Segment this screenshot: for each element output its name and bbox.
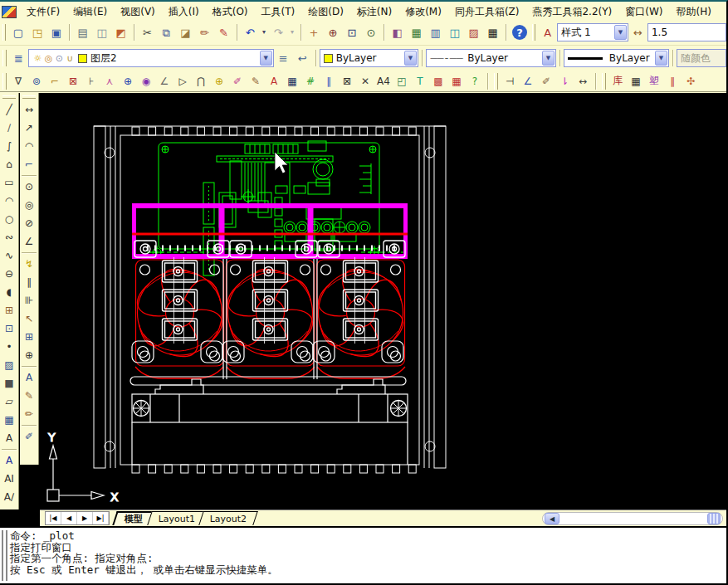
dimension-update-icon[interactable]: ✐: [21, 427, 38, 446]
scroll-left-button[interactable]: ◀: [545, 513, 559, 524]
toolbar-grip[interactable]: [532, 24, 535, 41]
text-tool-icon[interactable]: A: [265, 72, 283, 90]
paste-icon[interactable]: ◪: [176, 23, 195, 42]
menu-item-10[interactable]: 同舟工具箱(Z): [448, 4, 526, 20]
arrow-down-dim-icon[interactable]: ⇂: [555, 72, 574, 90]
menu-item-8[interactable]: 标注(N): [350, 4, 398, 20]
baseline-dimension-icon[interactable]: ∥: [21, 273, 38, 291]
save-icon[interactable]: ▣: [46, 23, 66, 42]
jogged-dimension-icon[interactable]: ◎: [21, 196, 38, 214]
linetype-combo[interactable]: —— – —— ByLayer ▼: [426, 49, 556, 67]
horizontal-scrollbar[interactable]: ◀: [542, 512, 723, 525]
undo-dropdown-icon[interactable]: ▾: [260, 23, 269, 42]
revcloud-icon[interactable]: ∾: [1, 228, 18, 246]
snap-window-icon[interactable]: ⊠: [64, 72, 82, 90]
region-icon[interactable]: ▱: [1, 392, 18, 411]
insert-block-icon[interactable]: ⊞: [1, 301, 18, 319]
text-icon[interactable]: A: [1, 451, 18, 470]
snap-center-icon[interactable]: ⊕: [119, 72, 137, 90]
tab-next-icon[interactable]: ▶: [77, 512, 93, 524]
dim-style-icon[interactable]: ↔: [628, 23, 647, 42]
horizontal-dim-icon[interactable]: ↔: [574, 72, 592, 90]
zoom-realtime-icon[interactable]: ⊕: [323, 23, 342, 42]
viewport-freeze-icon[interactable]: ⊙: [54, 51, 65, 65]
menu-item-5[interactable]: 格式(O): [206, 4, 255, 20]
menu-item-7[interactable]: 绘图(D): [301, 4, 350, 20]
menu-item-2[interactable]: 编辑(E): [66, 4, 114, 20]
tab-first-icon[interactable]: |◀: [46, 512, 61, 524]
freeze-sun-icon[interactable]: ◎: [43, 51, 54, 65]
dim-table-icon[interactable]: ▩: [429, 72, 447, 90]
zoom-window-icon[interactable]: ⊡: [342, 23, 361, 42]
edit-text-icon[interactable]: A∕: [1, 488, 18, 506]
circle-icon[interactable]: ○: [1, 210, 18, 228]
menu-item-4[interactable]: 插入(I): [162, 4, 206, 20]
command-window[interactable]: 命令: _plot指定打印窗口指定第一个角点: 指定对角点:按 Esc 或 En…: [0, 526, 726, 583]
a4-paper-icon[interactable]: A4: [374, 72, 393, 90]
color-combo[interactable]: ByLayer ▼: [320, 49, 418, 67]
new-icon[interactable]: ▢: [8, 23, 27, 42]
unlock-icon[interactable]: ∪: [65, 51, 76, 65]
snap-intersection-icon[interactable]: ⋏: [100, 72, 119, 90]
dimension-edit-icon[interactable]: ✎: [21, 387, 38, 405]
chevron-down-icon[interactable]: ▼: [404, 51, 417, 66]
command-window-grip[interactable]: [2, 530, 7, 581]
chevron-down-icon[interactable]: ▼: [655, 51, 667, 66]
busbar-highlight[interactable]: [132, 206, 408, 257]
designcenter-icon[interactable]: ▦: [407, 23, 426, 42]
rectangle-icon[interactable]: ▭: [1, 173, 18, 192]
quick-leader-icon[interactable]: ↖: [21, 310, 38, 328]
pencil-tool-icon[interactable]: ✎: [247, 72, 265, 90]
text-style-icon[interactable]: A: [538, 23, 557, 42]
undo-icon[interactable]: ↶: [241, 23, 260, 42]
toolbar-grip[interactable]: [2, 95, 16, 99]
erase-tool-icon[interactable]: ⊠: [338, 72, 356, 90]
angle-dim-icon[interactable]: ∠: [519, 72, 537, 90]
igbt-modules[interactable]: [130, 241, 406, 385]
toolbar-grip[interactable]: [494, 73, 498, 90]
menu-item-13[interactable]: 帮助(H): [670, 4, 718, 20]
plastic-icon[interactable]: 塑: [645, 72, 663, 90]
toolbar-grip[interactable]: [2, 73, 7, 90]
quick-linear-dim-icon[interactable]: ⊣: [501, 72, 519, 90]
dimension-text-icon[interactable]: A: [21, 368, 38, 387]
snap-from-icon[interactable]: ⊚: [27, 72, 46, 90]
bulb-on-icon[interactable]: ☼: [32, 51, 43, 65]
tab-prev-icon[interactable]: ◀: [61, 512, 77, 524]
linear-dimension-icon[interactable]: ↔: [21, 100, 38, 119]
toolbar-grip[interactable]: [2, 24, 6, 41]
ellipse-icon[interactable]: ⊖: [1, 265, 18, 283]
snap-perpendicular-icon[interactable]: ▷: [173, 72, 192, 90]
polyline-icon[interactable]: ∫: [1, 137, 18, 155]
chevron-down-icon[interactable]: ▼: [542, 51, 555, 66]
grid-tool-icon[interactable]: #: [301, 72, 320, 90]
chevron-down-icon[interactable]: ▼: [614, 25, 627, 40]
make-block-icon[interactable]: ⊡: [1, 319, 18, 338]
snap-parallel-icon[interactable]: ⋂: [192, 72, 210, 90]
text-green-icon[interactable]: T: [411, 72, 429, 90]
snap-endpoint-icon[interactable]: ⌐: [46, 72, 64, 90]
chevron-down-icon[interactable]: ▼: [260, 51, 272, 66]
continue-dimension-icon[interactable]: ⊪: [21, 291, 38, 310]
table-tool-icon[interactable]: ▦: [283, 72, 301, 90]
moldbase-icon[interactable]: ▦: [627, 72, 645, 90]
text-style-combo[interactable]: 样式 1 ▼: [557, 23, 628, 41]
arc-length-dimension-icon[interactable]: ◠: [21, 137, 38, 155]
dimension-text-edit-icon[interactable]: ✏: [21, 405, 38, 423]
menu-item-3[interactable]: 视图(V): [114, 4, 162, 20]
drawing-canvas[interactable]: Y X: [39, 93, 728, 509]
stripes-icon[interactable]: ∥: [663, 72, 682, 90]
match-light-icon[interactable]: ✎: [214, 23, 233, 42]
diameter-dimension-icon[interactable]: ⊘: [21, 214, 38, 232]
app-icon[interactable]: [2, 6, 17, 18]
mtext-icon[interactable]: A: [1, 429, 18, 447]
ordinate-dimension-icon[interactable]: ⌐: [21, 155, 38, 173]
column-tool-icon[interactable]: ∥: [320, 72, 338, 90]
sheetset-icon[interactable]: ◫: [445, 23, 464, 42]
single-line-text-icon[interactable]: AI: [1, 470, 18, 488]
help-icon[interactable]: ?: [512, 25, 527, 40]
yanxiu-help-icon[interactable]: ?: [466, 72, 484, 90]
cut-icon[interactable]: ✂: [138, 23, 157, 42]
make-object-layer-current-icon[interactable]: ≡: [274, 49, 293, 68]
plot-icon[interactable]: ▤: [73, 23, 92, 42]
